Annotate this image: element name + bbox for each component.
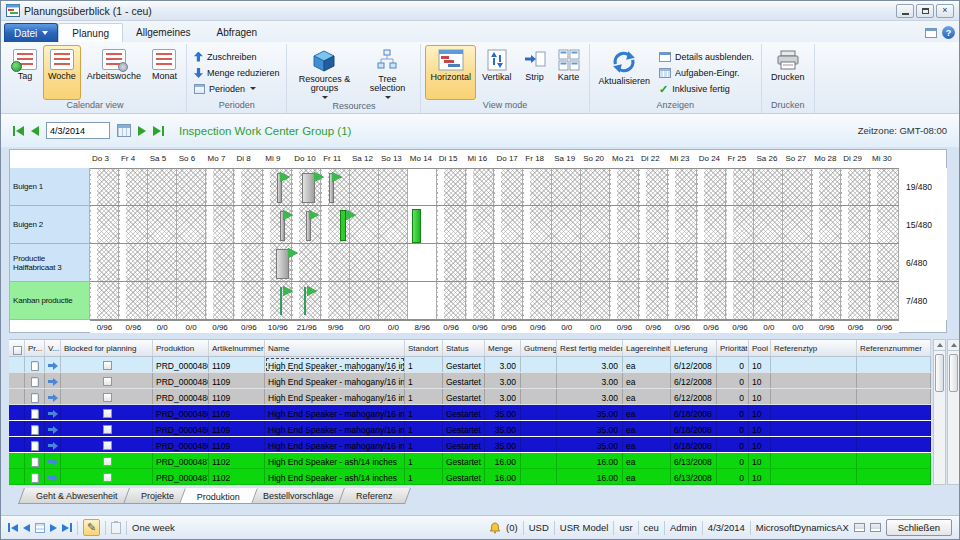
- tag-button[interactable]: Tag: [8, 45, 42, 100]
- karte-button[interactable]: Karte: [553, 45, 585, 100]
- zuschreiben-button[interactable]: Zuschreiben: [191, 49, 283, 64]
- scroll-up-button[interactable]: [934, 340, 945, 351]
- column-header-gutmenge[interactable]: Gutmenge: [521, 340, 557, 356]
- row-selector-cell[interactable]: [9, 405, 25, 420]
- bottom-tab[interactable]: Bestellvorschläge: [245, 488, 351, 504]
- ribbon-tab[interactable]: Planung: [58, 23, 123, 42]
- status-field[interactable]: USD: [529, 522, 549, 533]
- gantt-resource-row-label[interactable]: Productie Halffabricaat 3: [10, 244, 90, 282]
- close-button[interactable]: ×: [936, 4, 954, 18]
- ribbon-tab[interactable]: Allgemeines: [123, 23, 203, 42]
- horizontal-button[interactable]: Horizontal: [425, 45, 476, 100]
- next-period-button[interactable]: [138, 126, 146, 136]
- blocked-for-planning-cell[interactable]: [61, 389, 153, 404]
- column-header-standort[interactable]: Standort: [405, 340, 443, 356]
- go-to-end-button[interactable]: [153, 126, 164, 136]
- scrollbar-thumb[interactable]: [949, 354, 958, 392]
- table-row[interactable]: PRD_00004866 1109 High End Speaker - mah…: [9, 357, 931, 373]
- column-header-referenztyp[interactable]: Referenztyp: [771, 340, 857, 356]
- bottom-tab[interactable]: Geht & Abwesenheit: [18, 488, 135, 504]
- column-header-blocked[interactable]: Blocked for planning: [61, 340, 153, 356]
- status-field[interactable]: Admin: [670, 522, 697, 533]
- table-row[interactable]: PRD_00004867 1109 High End Speaker - mah…: [9, 421, 931, 437]
- notification-bell-icon[interactable]: [489, 522, 501, 534]
- details-ausblenden-button[interactable]: Details ausblenden.: [656, 49, 757, 64]
- clipboard-icon[interactable]: [111, 522, 121, 534]
- edit-mode-button[interactable]: ✎: [83, 519, 100, 536]
- tree-selection-button[interactable]: Tree selection: [358, 45, 416, 101]
- row-selector-cell[interactable]: [9, 421, 25, 436]
- vertikal-button[interactable]: Vertikal: [477, 45, 517, 100]
- column-header-referenznummer[interactable]: Referenznummer: [857, 340, 931, 356]
- status-field[interactable]: MicrosoftDynamicsAX: [756, 522, 849, 533]
- maximize-button[interactable]: [916, 4, 934, 18]
- ribbon-tab[interactable]: Abfragen: [204, 23, 271, 42]
- gantt-resource-row-label[interactable]: Kanban productie: [10, 282, 90, 320]
- table-row[interactable]: PRD_00004866 1109 High End Speaker - mah…: [9, 389, 931, 405]
- bottom-tab[interactable]: Produktion: [179, 488, 258, 504]
- row-selector-cell[interactable]: [9, 437, 25, 452]
- table-row[interactable]: PRD_00004871 1102 High End Speaker - ash…: [9, 453, 931, 469]
- drucken-button[interactable]: Drucken: [766, 45, 810, 100]
- go-to-start-button[interactable]: [13, 126, 24, 136]
- column-header-rest[interactable]: Rest fertig melden: [557, 340, 623, 356]
- help-icon[interactable]: ?: [942, 26, 955, 39]
- first-record-button[interactable]: [8, 523, 18, 532]
- form-window-icon[interactable]: [925, 28, 937, 38]
- status-field[interactable]: usr: [619, 522, 632, 533]
- gantt-resource-row-label[interactable]: Buigen 1: [10, 168, 90, 206]
- scroll-up-button[interactable]: [948, 340, 959, 351]
- blocked-for-planning-cell[interactable]: [61, 437, 153, 452]
- blocked-for-planning-cell[interactable]: [61, 421, 153, 436]
- inklusive-fertig-button[interactable]: ✓Inklusive fertig: [656, 81, 757, 96]
- status-field[interactable]: 4/3/2014: [708, 522, 745, 533]
- column-header-artikelnummer[interactable]: Artikelnummer: [209, 340, 265, 356]
- blocked-for-planning-cell[interactable]: [61, 469, 153, 484]
- status-field[interactable]: ceu: [644, 522, 659, 533]
- column-header-menge[interactable]: Menge: [485, 340, 521, 356]
- column-header-produktion[interactable]: Produktion: [153, 340, 209, 356]
- table-row[interactable]: PRD_00004867 1109 High End Speaker - mah…: [9, 405, 931, 421]
- table-scrollbar[interactable]: [933, 339, 946, 485]
- blocked-for-planning-cell[interactable]: [61, 453, 153, 468]
- column-header-pool[interactable]: Pool: [749, 340, 771, 356]
- column-header-lagereinheit[interactable]: Lagereinheit: [623, 340, 671, 356]
- row-selector-cell[interactable]: [9, 453, 25, 468]
- blocked-for-planning-cell[interactable]: [61, 357, 153, 372]
- record-list-icon[interactable]: [35, 523, 45, 533]
- arbeitswoche-button[interactable]: Arbeitswoche: [82, 45, 146, 100]
- column-header-lieferung[interactable]: Lieferung: [671, 340, 717, 356]
- strip-button[interactable]: Strip: [518, 45, 552, 100]
- row-selector-cell[interactable]: [9, 469, 25, 484]
- select-all-header[interactable]: [9, 340, 25, 356]
- page-setup-icon[interactable]: [870, 523, 881, 532]
- calendar-picker-icon[interactable]: [117, 124, 131, 137]
- next-record-button[interactable]: [50, 524, 57, 532]
- last-record-button[interactable]: [62, 523, 72, 532]
- row-selector-cell[interactable]: [9, 373, 25, 388]
- file-menu-button[interactable]: Datei: [4, 23, 58, 42]
- previous-period-button[interactable]: [31, 126, 39, 136]
- status-field[interactable]: USR Model: [560, 522, 609, 533]
- column-header-prioritaet[interactable]: Priorität: [717, 340, 749, 356]
- table-row[interactable]: PRD_00004867 1109 High End Speaker - mah…: [9, 437, 931, 453]
- table-row[interactable]: PRD_00004866 1109 High End Speaker - mah…: [9, 373, 931, 389]
- gantt-resource-row-label[interactable]: Buigen 2: [10, 206, 90, 244]
- bottom-tab[interactable]: Referenz: [338, 488, 410, 504]
- previous-record-button[interactable]: [23, 524, 30, 532]
- date-input[interactable]: [46, 122, 110, 139]
- table-row[interactable]: PRD_00004871 1102 High End Speaker - ash…: [9, 469, 931, 485]
- column-header-name[interactable]: Name: [265, 340, 405, 356]
- column-header-pr[interactable]: Pr...: [25, 340, 45, 356]
- blocked-for-planning-cell[interactable]: [61, 405, 153, 420]
- resources-groups-button[interactable]: Resources & groups: [291, 45, 357, 101]
- printer-icon[interactable]: [854, 523, 865, 532]
- panel-scrollbar[interactable]: [947, 339, 960, 485]
- aufgaben-eingr-button[interactable]: Aufgaben-Eingr.: [656, 65, 757, 80]
- woche-button[interactable]: Woche: [43, 45, 81, 100]
- menge-reduzieren-button[interactable]: Menge reduzieren: [191, 65, 283, 80]
- row-selector-cell[interactable]: [9, 389, 25, 404]
- column-header-v[interactable]: V...: [45, 340, 61, 356]
- column-header-status[interactable]: Status: [443, 340, 485, 356]
- aktualisieren-button[interactable]: Aktualisieren: [594, 45, 656, 100]
